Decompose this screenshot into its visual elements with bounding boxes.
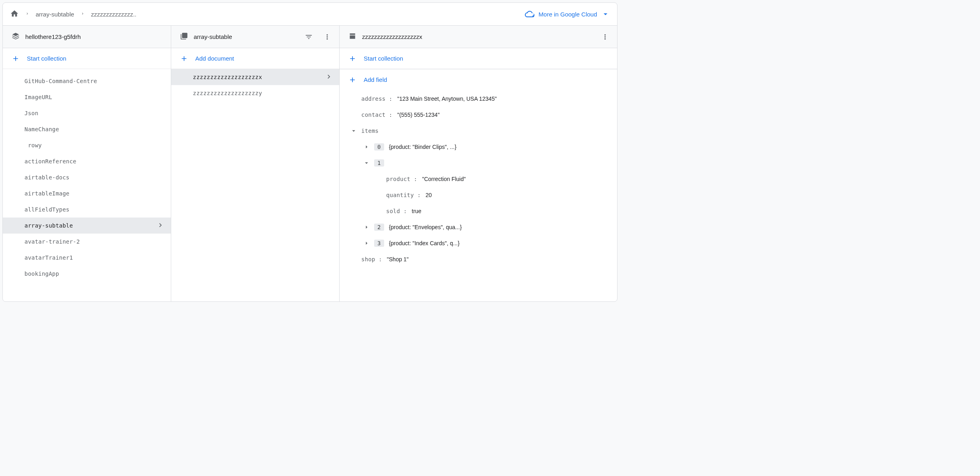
plus-icon [348,55,357,63]
topbar: array-subtable zzzzzzzzzzzzzz.. More in … [3,3,617,25]
field-key: contact : [361,112,396,118]
list-item-label: allFieldTypes [24,206,164,213]
breadcrumb-item[interactable]: zzzzzzzzzzzzzz.. [91,11,136,18]
plus-icon [180,55,189,63]
list-item[interactable]: avatarTrainer1 [3,250,171,266]
document-panel: zzzzzzzzzzzzzzzzzzzx Start collection [340,26,617,301]
triangle-right-icon[interactable] [361,240,372,247]
array-index-badge: 1 [374,159,384,167]
breadcrumb-separator-icon [81,10,85,18]
list-item-label: avatar-trainer-2 [24,238,164,245]
field-row-expandable[interactable]: items [340,123,617,139]
collections-panel: hellothere123-g5fdrh Start collection ..… [3,26,171,301]
filter-icon[interactable] [302,31,315,43]
collections-panel-title: hellothere123-g5fdrh [25,33,81,40]
more-in-google-cloud-button[interactable]: More in Google Cloud [525,9,610,19]
list-item[interactable]: NameChange [3,121,171,137]
field-row-array-item[interactable]: 2 {product: "Envelopes", qua...} [340,219,617,235]
field-row[interactable]: product : "Correction Fluid" [340,171,617,187]
field-row-array-item[interactable]: 3 {product: "Index Cards", q...} [340,235,617,251]
start-collection-button[interactable]: Start collection [3,48,171,69]
add-document-button[interactable]: Add document [171,48,339,69]
list-item[interactable]: actionReference [3,153,171,169]
collections-panel-header: hellothere123-g5fdrh [3,26,171,48]
field-key: items [361,128,379,134]
more-in-google-cloud-label: More in Google Cloud [539,11,597,18]
list-item-label: array-subtable [24,222,156,229]
field-value: {product: "Binder Clips", ...} [389,144,457,150]
list-item[interactable]: airtableImage [3,185,171,201]
collections-list[interactable]: ..................... GitHub-Command-Cen… [3,69,171,301]
chevron-right-icon [325,73,333,82]
document-icon [348,32,356,41]
list-item-label: actionReference [24,158,164,165]
home-icon[interactable] [10,9,19,19]
triangle-down-icon[interactable] [361,159,372,167]
documents-list[interactable]: zzzzzzzzzzzzzzzzzzzx zzzzzzzzzzzzzzzzzzz… [171,69,339,301]
field-value: {product: "Envelopes", qua...} [389,224,462,230]
triangle-down-icon[interactable] [348,127,359,134]
list-item[interactable]: bookingApp [3,266,171,282]
field-row[interactable]: quantity : 20 [340,187,617,203]
field-row[interactable]: address : "123 Main Street, Anytown, USA… [340,91,617,107]
list-item-label: zzzzzzzzzzzzzzzzzzzx [193,74,325,80]
list-item-label: zzzzzzzzzzzzzzzzzzzy [193,90,333,96]
field-row[interactable]: shop : "Shop 1" [340,251,617,267]
breadcrumb-item[interactable]: array-subtable [36,11,74,18]
list-item[interactable]: _rowy_ [3,137,171,153]
array-index-badge: 2 [374,224,384,231]
field-value: "Shop 1" [387,256,409,262]
list-item[interactable]: array-subtable [3,218,171,234]
field-key: product : [386,176,421,182]
list-item[interactable]: zzzzzzzzzzzzzzzzzzzy [171,85,339,101]
list-item-label: bookingApp [24,271,164,277]
plus-icon [348,76,357,84]
field-value: "123 Main Street, Anytown, USA 12345" [397,96,497,102]
field-row[interactable]: sold : true [340,203,617,219]
triangle-right-icon[interactable] [361,143,372,151]
document-panel-header: zzzzzzzzzzzzzzzzzzzx [340,26,617,48]
field-row[interactable]: contact : "(555) 555-1234" [340,107,617,123]
start-collection-button[interactable]: Start collection [340,48,617,69]
list-item-label: NameChange [24,126,164,132]
plus-icon [12,55,20,63]
start-collection-label: Start collection [27,55,66,62]
list-item-label: GitHub-Command-Centre [24,78,164,84]
document-panel-title: zzzzzzzzzzzzzzzzzzzx [362,33,422,40]
field-row-array-item[interactable]: 1 [340,155,617,171]
start-collection-label: Start collection [364,55,403,62]
more-vert-icon[interactable] [321,31,334,43]
list-item[interactable]: airtable-docs [3,169,171,185]
documents-panel-header: array-subtable [171,26,339,48]
list-item-label: avatarTrainer1 [24,254,164,261]
list-item[interactable]: GitHub-Command-Centre [3,73,171,89]
chevron-right-icon [156,221,164,230]
field-value: true [412,208,421,214]
field-value: 20 [425,192,432,198]
array-index-badge: 3 [374,240,384,247]
list-item-label: airtableImage [24,190,164,197]
list-item[interactable]: Json [3,105,171,121]
field-key: address : [361,96,396,102]
list-item-label: ImageURL [24,94,164,100]
list-item[interactable]: allFieldTypes [3,201,171,218]
add-document-label: Add document [195,55,234,62]
add-field-button[interactable]: Add field [340,69,617,90]
documents-panel: array-subtable Add document [171,26,340,301]
list-item[interactable]: ..................... [3,69,171,73]
list-item[interactable]: avatar-trainer-2 [3,234,171,250]
triangle-right-icon[interactable] [361,224,372,231]
chevron-down-icon [601,10,610,18]
more-vert-icon[interactable] [599,31,611,43]
add-field-label: Add field [364,76,387,83]
field-key: quantity : [386,192,424,198]
list-item[interactable]: ImageURL [3,89,171,105]
database-root-icon [12,32,20,41]
field-value: {product: "Index Cards", q...} [389,240,460,246]
field-key: shop : [361,256,385,262]
list-item-label: airtable-docs [24,174,164,181]
documents-panel-title: array-subtable [194,33,232,40]
field-row-array-item[interactable]: 0 {product: "Binder Clips", ...} [340,139,617,155]
list-item[interactable]: zzzzzzzzzzzzzzzzzzzx [171,69,339,85]
list-item-label: _rowy_ [24,142,164,148]
